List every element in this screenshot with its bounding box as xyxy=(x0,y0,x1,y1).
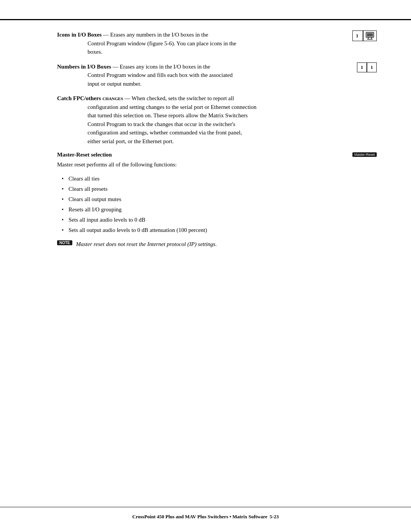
numbers-entry-text: Numbers in I/O Boxes — Erases any icons … xyxy=(57,62,349,88)
master-reset-title: Master-Reset selection xyxy=(57,152,112,158)
list-item: Sets all output audio levels to 0 dB att… xyxy=(68,225,377,235)
icons-body-text: Erases any numbers in the I/O boxes in t… xyxy=(109,32,208,38)
catch-line5: configuration and settings, whether comm… xyxy=(88,128,377,137)
content-area: Icons in I/O Boxes — Erases any numbers … xyxy=(57,30,377,494)
num-value-2: 1 xyxy=(371,64,373,70)
catch-dash: — When checked, sets the switcher to rep… xyxy=(123,95,234,101)
catch-fpc-entry: Catch FPC/others changes — When checked,… xyxy=(57,94,377,145)
numbers-io-box-icon: 1 1 xyxy=(357,62,377,72)
top-rule xyxy=(0,19,411,20)
master-reset-bullet-list: Clears all ties Clears all presets Clear… xyxy=(68,174,377,235)
icons-io-box-icon: 1 xyxy=(352,30,377,41)
master-reset-badge: Master-Reset xyxy=(352,152,377,157)
numbers-body-text: Erases any icons in the I/O boxes in the xyxy=(118,64,210,70)
list-item: Clears all presets xyxy=(68,184,377,194)
note-text: Master reset does not reset the Internet… xyxy=(76,240,217,249)
master-reset-description: Master reset performs all of the followi… xyxy=(57,160,377,169)
list-item: Clears all output mutes xyxy=(68,194,377,204)
catch-term: Catch FPC/others changes xyxy=(57,95,123,101)
numbers-line2: Control Program window and fills each bo… xyxy=(88,71,349,80)
icons-line2: Control Program window (figure 5-6). You… xyxy=(88,39,345,48)
footer: CrossPoint 450 Plus and MAV Plus Switche… xyxy=(0,514,411,520)
footer-rule xyxy=(0,507,411,508)
num-cell-2: 1 xyxy=(367,62,377,72)
svg-rect-4 xyxy=(367,33,373,37)
num-cell-1: 1 xyxy=(357,62,367,72)
master-reset-section: Master-Reset selection Master-Reset Mast… xyxy=(57,152,377,248)
icons-dash: — xyxy=(102,32,109,38)
catch-text: Catch FPC/others changes — When checked,… xyxy=(57,94,377,145)
note-row: NOTE Master reset does not reset the Int… xyxy=(57,240,377,249)
catch-line3: that turned this selection on. These rep… xyxy=(88,111,377,120)
footer-content: CrossPoint 450 Plus and MAV Plus Switche… xyxy=(132,514,279,520)
catch-line4: Control Program to track the changes tha… xyxy=(88,120,377,129)
icons-term: Icons in I/O Boxes xyxy=(57,32,102,38)
monitor-icon-cell xyxy=(363,30,377,41)
numbers-io-boxes-entry: Numbers in I/O Boxes — Erases any icons … xyxy=(57,62,377,88)
numbers-line3: input or output number. xyxy=(88,80,349,88)
list-item: Sets all input audio levels to 0 dB xyxy=(68,215,377,225)
icons-line3: boxes. xyxy=(88,48,345,56)
footer-page-number: 5-23 xyxy=(270,514,279,519)
monitor-icon xyxy=(365,32,374,40)
page: Icons in I/O Boxes — Erases any numbers … xyxy=(0,0,411,532)
num-value-1: 1 xyxy=(361,64,363,70)
icons-entry-text: Icons in I/O Boxes — Erases any numbers … xyxy=(57,30,345,56)
icon-number-cell: 1 xyxy=(352,30,363,41)
master-reset-header-row: Master-Reset selection Master-Reset xyxy=(57,152,377,158)
icons-io-boxes-entry: Icons in I/O Boxes — Erases any numbers … xyxy=(57,30,377,56)
list-item: Resets all I/O grouping xyxy=(68,204,377,215)
catch-line2: configuration and setting changes to the… xyxy=(88,103,377,112)
numbers-term: Numbers in I/O Boxes xyxy=(57,64,111,70)
footer-bold-text: CrossPoint 450 Plus and MAV Plus Switche… xyxy=(132,514,268,519)
catch-line6: either serial port, or the Ethernet port… xyxy=(88,137,377,146)
note-badge: NOTE xyxy=(57,240,72,245)
icon-number-value: 1 xyxy=(356,33,358,39)
numbers-dash: — xyxy=(111,64,118,70)
list-item: Clears all ties xyxy=(68,174,377,184)
